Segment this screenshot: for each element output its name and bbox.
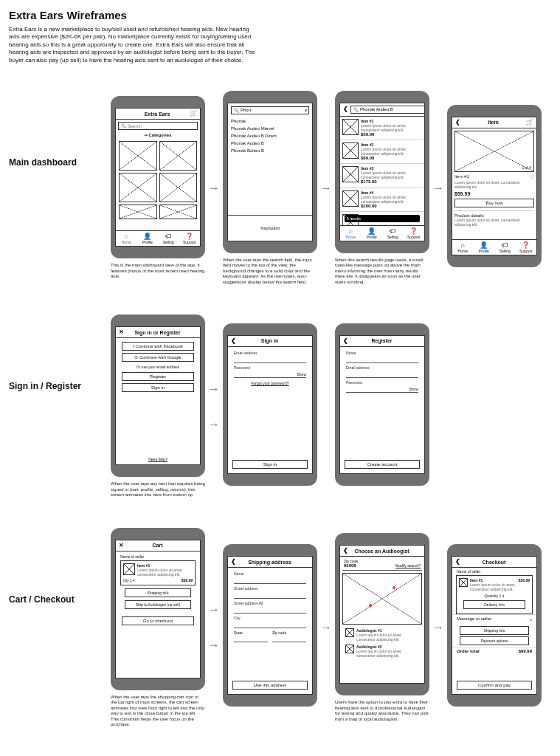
product-thumb[interactable] <box>159 141 198 171</box>
state-field[interactable] <box>234 635 268 642</box>
map-view[interactable]: 📍 📍 <box>342 573 422 625</box>
cart-icon[interactable]: 🛒 <box>190 111 197 117</box>
delivery-info-button[interactable]: Delivery info <box>463 600 525 609</box>
screen-title: Sign in <box>236 338 303 343</box>
email-field[interactable] <box>234 356 306 363</box>
payment-options-button[interactable]: Payment options <box>460 636 529 645</box>
search-input[interactable]: 🔍 ✕ <box>231 106 309 114</box>
ship-audiologist-button[interactable]: Ship to Audiologist (up sell) <box>125 600 191 609</box>
screen-title: Shipping address <box>236 560 303 565</box>
continue-google-button[interactable]: G Continue with Google <box>122 353 194 362</box>
tab-home[interactable]: ⌂Home <box>340 226 362 241</box>
city-field[interactable] <box>234 621 306 628</box>
modify-search-link[interactable]: Modify search? <box>395 563 421 568</box>
tag-icon: 🏷 <box>158 233 179 240</box>
continue-facebook-button[interactable]: f Continue with Facebook <box>122 342 194 351</box>
shipping-info-button[interactable]: Shipping info <box>460 626 529 635</box>
categories-btn[interactable]: ▪▪ Categories <box>116 132 200 138</box>
product-thumb[interactable] <box>159 205 198 219</box>
search-field[interactable] <box>128 124 195 128</box>
phone-search-results: ❮ 🔍 ✕ 🛒 Item #1Lorem ipsum dolor sit ame… <box>335 91 429 253</box>
search-input[interactable]: 🔍 <box>118 122 198 130</box>
back-icon[interactable]: ❮ <box>231 338 236 344</box>
checkout-button[interactable]: Go to checkout <box>122 616 194 625</box>
map-pin-icon[interactable]: 📍 <box>367 603 374 610</box>
password-field[interactable]: Show <box>346 385 418 393</box>
search-field[interactable] <box>360 107 422 111</box>
audiologist-row[interactable]: Audiologist #1Lorem ipsum dolor sit amet… <box>342 627 422 643</box>
map-pin-icon[interactable]: 📍 <box>390 585 398 592</box>
suggestion-item[interactable]: Phonak <box>228 117 312 125</box>
result-row[interactable]: Item #1Lorem ipsum dolor sit amet, conse… <box>340 117 424 140</box>
close-icon[interactable]: ✕ <box>119 329 124 335</box>
tab-support[interactable]: ❓Support <box>516 240 537 255</box>
result-row[interactable]: Item #2Lorem ipsum dolor sit amet, conse… <box>340 140 424 164</box>
tab-home[interactable]: ⌂Home <box>116 231 137 246</box>
tab-selling[interactable]: 🏷Selling <box>158 231 179 246</box>
name-field[interactable] <box>234 577 306 584</box>
need-help-link[interactable]: Need help? <box>116 457 200 461</box>
suggestion-item[interactable]: Phonak Audeo B Direct <box>228 132 312 140</box>
street2-field[interactable] <box>234 606 306 614</box>
item-desc: Lorem ipsum dolor sit amet, consectetur … <box>454 180 534 189</box>
qty-selector[interactable]: Quantity 1 ▾ <box>459 594 530 598</box>
tab-profile[interactable]: 👤Profile <box>474 240 495 255</box>
product-thumb[interactable] <box>119 173 157 202</box>
tab-profile[interactable]: 👤Profile <box>137 231 159 246</box>
create-account-button[interactable]: Create account <box>345 460 420 469</box>
back-icon[interactable]: ❮ <box>231 559 236 565</box>
result-row[interactable]: Item #4Lorem ipsum dolor sit amet, conse… <box>340 188 424 212</box>
favorite-icon[interactable]: ♡ <box>530 174 534 180</box>
suggestion-item[interactable]: Phonak Bolero B <box>228 147 312 154</box>
tab-selling[interactable]: 🏷Selling <box>494 240 516 255</box>
register-button[interactable]: Register <box>122 372 194 381</box>
product-thumb[interactable] <box>119 205 157 219</box>
back-icon[interactable]: ❮ <box>343 548 348 554</box>
phone-dashboard-home: Extra Ears 🛒 🔍 ▪▪ Categories <box>111 96 205 258</box>
product-thumb[interactable] <box>159 173 198 202</box>
street1-field[interactable] <box>234 591 306 599</box>
buy-button[interactable]: Buy now <box>454 199 534 207</box>
tab-profile[interactable]: 👤Profile <box>362 226 383 241</box>
cart-icon[interactable]: 🛒 <box>526 120 533 126</box>
audiologist-thumb <box>345 628 354 637</box>
show-password[interactable]: Show <box>297 372 306 377</box>
back-icon[interactable]: ❮ <box>343 338 348 344</box>
order-total-row: Order total$99.99 <box>452 647 536 655</box>
keyboard-placeholder: Keyboard <box>228 215 312 241</box>
or-text: Or use your email address <box>117 365 198 369</box>
forgot-password-link[interactable]: Forgot your password? <box>229 381 311 385</box>
suggestion-item[interactable]: Phonak Audeo Marvel <box>228 125 312 132</box>
shipping-info-button[interactable]: Shipping info <box>125 588 191 597</box>
signin-submit-button[interactable]: Sign in <box>232 460 308 469</box>
confirm-pay-button[interactable]: Confirm and pay <box>457 681 532 690</box>
tab-home[interactable]: ⌂Home <box>452 240 474 255</box>
clear-icon[interactable]: ✕ <box>424 107 425 112</box>
qty-selector[interactable]: Qty 1 ▾ <box>123 578 135 583</box>
result-row[interactable]: Item #3Lorem ipsum dolor sit amet, conse… <box>340 164 424 188</box>
show-password[interactable]: Show <box>409 387 418 391</box>
back-icon[interactable]: ❮ <box>455 120 460 126</box>
search-field[interactable] <box>241 108 303 112</box>
screen-title: Checkout <box>460 560 528 565</box>
tab-support[interactable]: ❓Support <box>404 226 425 241</box>
back-icon[interactable]: ❮ <box>343 106 348 112</box>
tab-support[interactable]: ❓Support <box>179 231 201 246</box>
item-hero-image[interactable]: 1 of 4 <box>454 131 534 172</box>
audiologist-row[interactable]: Audiologist #2Lorem ipsum dolor sit amet… <box>342 643 422 659</box>
search-input[interactable]: 🔍 ✕ <box>350 106 425 114</box>
signin-button[interactable]: Sign in <box>122 383 194 392</box>
tab-selling[interactable]: 🏷Selling <box>382 226 404 241</box>
zip-field[interactable] <box>272 635 306 642</box>
message-seller-row[interactable]: Message to seller› <box>452 614 536 625</box>
clear-icon[interactable]: ✕ <box>304 108 308 113</box>
back-icon[interactable]: ❮ <box>455 559 460 565</box>
image-counter: 1 of 4 <box>522 165 531 170</box>
use-address-button[interactable]: Use this address <box>232 681 308 690</box>
email-field[interactable] <box>346 371 418 378</box>
suggestion-item[interactable]: Phonak Audeo B <box>228 140 312 147</box>
name-field[interactable] <box>346 356 418 363</box>
close-icon[interactable]: ✕ <box>119 543 124 549</box>
product-thumb[interactable] <box>119 141 157 171</box>
password-field[interactable]: Show <box>234 371 306 378</box>
